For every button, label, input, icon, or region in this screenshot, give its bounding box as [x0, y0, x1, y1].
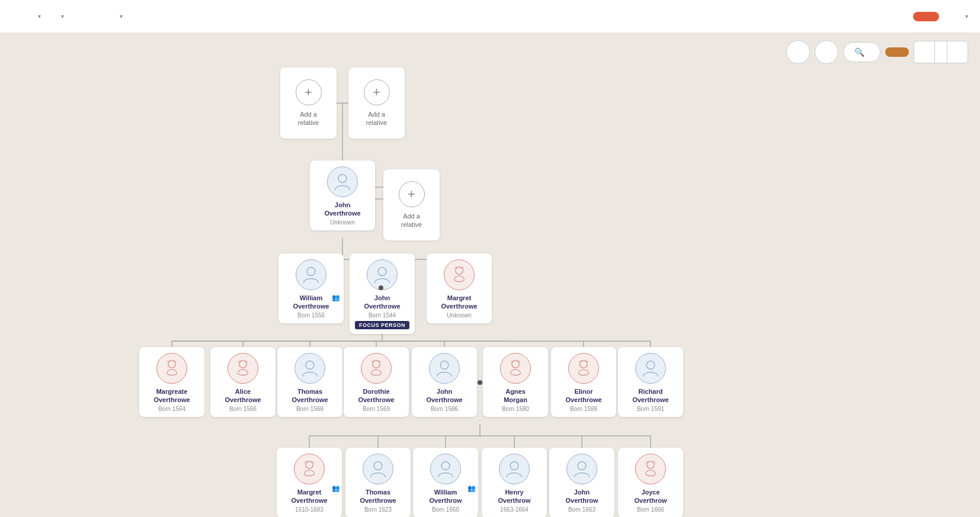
avatar [499, 454, 530, 484]
chevron-down-icon: ▾ [38, 13, 41, 20]
avatar [500, 353, 531, 384]
person-name: RichardOverthrowe [622, 387, 680, 404]
add-relative-card[interactable]: + Add arelative [383, 169, 440, 240]
nav-right: ▾ [951, 13, 968, 20]
my-account-link[interactable]: ▾ [963, 13, 968, 20]
person-date: Born 1568 [281, 406, 339, 412]
svg-point-40 [441, 462, 450, 470]
person-name: MargretOverthrowe [430, 294, 488, 311]
add-circle-icon: + [364, 79, 390, 105]
person-card[interactable]: ElinorOverthrowe Born 1588 [551, 347, 616, 417]
person-date: Born 1556 [282, 312, 340, 319]
person-date: Born 1660 [417, 506, 475, 513]
add-spouse-icon[interactable]: 👥 [332, 294, 340, 301]
person-date: Born 1566 [214, 406, 272, 412]
nav-item-help[interactable]: ▾ [117, 13, 123, 20]
hints-button[interactable] [885, 47, 909, 57]
person-card[interactable]: HenryOverthrow 1663-1664 [482, 448, 547, 517]
person-card[interactable]: DorothieOverthrowe Born 1569 [344, 347, 409, 417]
svg-point-27 [307, 268, 315, 276]
person-date: 1663-1664 [485, 506, 543, 513]
svg-point-43 [647, 461, 654, 468]
add-spouse-icon[interactable]: 👥 [332, 484, 340, 492]
search-icon: 🔍 [854, 47, 864, 57]
person-card[interactable]: ThomasOverthrowe Born 1623 [345, 448, 411, 517]
avatar [429, 353, 460, 384]
tree-toolbar: 🔍 [786, 40, 968, 64]
person-card[interactable]: WilliamOverthrowe Born 1556 [278, 253, 344, 323]
person-name: JoyceOverthrow [622, 488, 680, 505]
add-circle-icon: + [399, 181, 425, 207]
svg-point-38 [306, 461, 313, 468]
person-card[interactable]: MargretOverthrowe Unknown [427, 253, 492, 323]
svg-point-36 [580, 361, 587, 368]
avatar [566, 454, 597, 484]
person-card[interactable]: WilliamOverthrow Born 1660 [413, 448, 478, 517]
add-relative-card[interactable]: + Add arelative [280, 68, 337, 139]
person-card[interactable]: AgnesMorgan Born 1580 [483, 347, 548, 417]
nav-item-search[interactable]: ▾ [59, 13, 64, 20]
person-name: ThomasOverthrowe [281, 387, 339, 404]
svg-point-26 [338, 175, 347, 183]
person-card[interactable]: RichardOverthrowe Born 1591 [618, 347, 683, 417]
person-date: Born 1569 [347, 406, 405, 412]
person-date: Born 1544 [353, 312, 411, 319]
person-name: MargretOverthrowe [280, 488, 338, 505]
nav-item-family-tree[interactable]: ▾ [36, 13, 41, 20]
add-relative-label: Add arelative [298, 110, 319, 127]
zoom-controls [914, 41, 968, 63]
find-person-button[interactable]: 🔍 [843, 42, 880, 62]
avatar [444, 259, 475, 290]
person-date: Born 1564 [143, 406, 201, 412]
person-name: JohnOverthrowe [353, 294, 411, 311]
add-relative-label: Add arelative [366, 110, 387, 127]
avatar [294, 353, 325, 384]
zoom-out-button[interactable] [914, 41, 934, 63]
person-card[interactable]: JohnOverthrowe Born 1586 [412, 347, 477, 417]
avatar [430, 454, 461, 484]
person-card[interactable]: MargretOverthrowe 1610-1683 [277, 448, 342, 517]
svg-point-31 [239, 361, 246, 368]
avatar [363, 454, 393, 484]
svg-point-35 [512, 361, 519, 368]
avatar [635, 353, 666, 384]
subscribe-button[interactable] [913, 12, 939, 21]
home-button[interactable] [786, 40, 810, 64]
svg-point-34 [440, 361, 449, 370]
svg-point-30 [168, 361, 175, 368]
svg-point-42 [578, 462, 586, 470]
person-name: AliceOverthrowe [214, 387, 272, 404]
person-date: Unknown [430, 312, 488, 319]
person-card[interactable]: AliceOverthrowe Born 1566 [210, 347, 276, 417]
person-card[interactable]: JohnOverthrow Born 1663 [549, 448, 614, 517]
person-card[interactable]: JohnOverthrowe Unknown [310, 160, 375, 230]
person-date: Born 1588 [555, 406, 613, 412]
focus-badge: FOCUS PERSON [355, 321, 409, 329]
avatar [156, 353, 187, 384]
chevron-down-icon: ▾ [965, 13, 968, 20]
settings-button[interactable] [815, 40, 838, 64]
person-name: ThomasOverthrowe [349, 488, 407, 505]
avatar [361, 353, 392, 384]
person-card[interactable]: ThomasOverthrowe Born 1568 [277, 347, 342, 417]
zoom-in-button[interactable] [947, 41, 968, 63]
avatar [635, 454, 666, 484]
svg-point-33 [373, 361, 380, 368]
svg-point-29 [456, 267, 463, 274]
person-card[interactable]: JoyceOverthrow Born 1666 [618, 448, 683, 517]
person-card[interactable]: MargreateOverthrowe Born 1564 [139, 347, 204, 417]
chevron-down-icon: ▾ [61, 13, 64, 20]
add-relative-card[interactable]: + Add arelative [348, 68, 405, 139]
person-name: JohnOverthrowe [415, 387, 473, 404]
person-name: AgnesMorgan [486, 387, 545, 404]
svg-point-41 [510, 462, 518, 470]
person-name: HenryOverthrow [485, 488, 543, 505]
nav-menu: ▾ ▾ ▾ [36, 13, 913, 20]
person-name: JohnOverthrowe [313, 201, 371, 218]
couple-connector-dot [379, 285, 383, 290]
svg-point-37 [646, 361, 655, 370]
person-card[interactable]: JohnOverthrowe Born 1544 FOCUS PERSON [350, 253, 415, 334]
add-spouse-icon[interactable]: 👥 [467, 484, 476, 492]
person-date: Born 1666 [622, 506, 680, 513]
person-name: MargreateOverthrowe [143, 387, 201, 404]
